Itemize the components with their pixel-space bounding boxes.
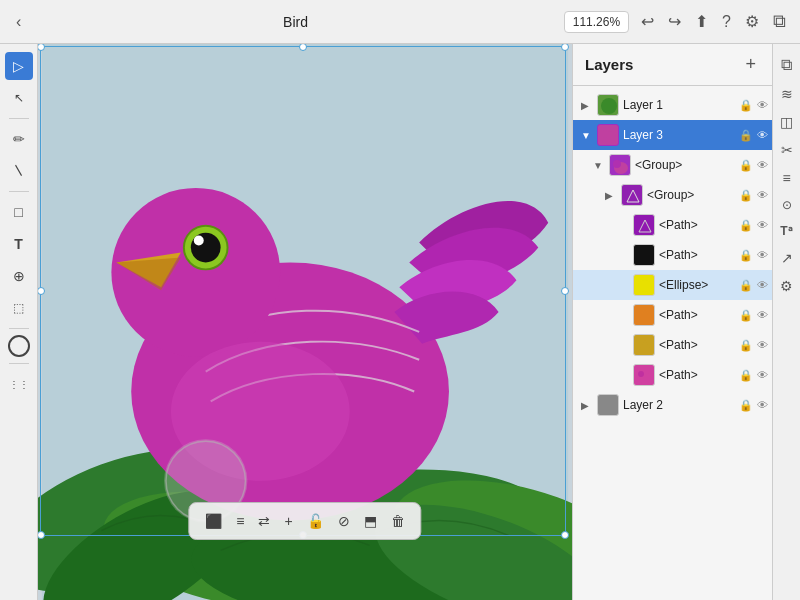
- appearance-icon-button[interactable]: ◫: [778, 110, 795, 134]
- unlock-button[interactable]: 🔓: [301, 509, 330, 533]
- expand-icon: ▼: [581, 130, 593, 141]
- layer-item-path2[interactable]: <Path> 🔒 👁: [573, 240, 772, 270]
- layer-name: Layer 3: [623, 128, 735, 142]
- text-tool[interactable]: T: [5, 230, 33, 258]
- layer-thumb: [633, 274, 655, 296]
- layer-item-group2[interactable]: ▶ <Group> 🔒 👁: [573, 180, 772, 210]
- expand-icon: ▼: [593, 160, 605, 171]
- shape-tool[interactable]: □: [5, 198, 33, 226]
- layers-panel-button[interactable]: ⧉: [769, 9, 790, 34]
- layer-thumb: [633, 214, 655, 236]
- lock-icon: 🔒: [739, 279, 753, 292]
- layer-name: Layer 1: [623, 98, 735, 112]
- settings-button[interactable]: ⚙: [741, 10, 763, 33]
- undo-button[interactable]: ↩: [637, 10, 658, 33]
- scan-icon-button[interactable]: ⊙: [780, 194, 794, 216]
- lock-icon: 🔒: [739, 159, 753, 172]
- text-style-icon-button[interactable]: Tᵃ: [778, 220, 794, 242]
- eye-icon: 👁: [757, 159, 768, 171]
- add-button[interactable]: +: [278, 509, 298, 533]
- pen-tool[interactable]: ✏: [5, 125, 33, 153]
- ellipse-tool[interactable]: [8, 335, 30, 357]
- left-toolbar: ▷ ↖ ✏ / □ T ⊕ ⬚ ⋮⋮: [0, 44, 38, 600]
- arrange-button[interactable]: ⬛: [199, 509, 228, 533]
- lock-icon: 🔒: [739, 249, 753, 262]
- layer-name: <Group>: [647, 188, 735, 202]
- help-button[interactable]: ?: [718, 11, 735, 33]
- document-title: Bird: [35, 14, 555, 30]
- layer-name: <Path>: [659, 338, 735, 352]
- layers-title: Layers: [585, 56, 741, 73]
- layer-item-layer1[interactable]: ▶ Layer 1 🔒 👁: [573, 90, 772, 120]
- svg-point-12: [194, 236, 204, 246]
- layer-thumb: [597, 94, 619, 116]
- duplicate-button[interactable]: ⬒: [358, 509, 383, 533]
- main-content: ▷ ↖ ✏ / □ T ⊕ ⬚ ⋮⋮: [0, 44, 800, 600]
- layer-name: <Path>: [659, 248, 735, 262]
- back-button[interactable]: ‹: [10, 9, 27, 35]
- layers-icon-button[interactable]: ⧉: [779, 52, 794, 78]
- image-tool[interactable]: ⬚: [5, 294, 33, 322]
- layer-item-path1[interactable]: <Path> 🔒 👁: [573, 210, 772, 240]
- brush-tool[interactable]: /: [0, 151, 38, 191]
- layer-thumb: [633, 364, 655, 386]
- stroke-icon-button[interactable]: ≡: [780, 166, 792, 190]
- symbol-icon-button[interactable]: ⚙: [778, 274, 795, 298]
- layer-item-layer3[interactable]: ▼ Layer 3 🔒 👁: [573, 120, 772, 150]
- top-actions: ↩ ↪ ⬆ ? ⚙ ⧉: [637, 9, 790, 34]
- adjustments-icon-button[interactable]: ≋: [779, 82, 795, 106]
- eye-icon: 👁: [757, 369, 768, 381]
- lock-icon: 🔒: [739, 309, 753, 322]
- lock-icon: 🔒: [739, 99, 753, 112]
- svg-point-27: [637, 280, 653, 292]
- knife-tool[interactable]: ⋮⋮: [5, 370, 33, 398]
- layer-name: <Path>: [659, 218, 735, 232]
- eye-icon: 👁: [757, 309, 768, 321]
- toolbar-divider-1: [9, 118, 29, 119]
- direct-select-tool[interactable]: ↖: [5, 84, 33, 112]
- cut-icon-button[interactable]: ✂: [779, 138, 795, 162]
- layer-item-path5[interactable]: <Path> 🔒 👁: [573, 360, 772, 390]
- expand-icon: ▶: [581, 400, 593, 411]
- mask-button[interactable]: ⊘: [332, 509, 356, 533]
- eye-icon: 👁: [757, 249, 768, 261]
- layer-item-path4[interactable]: <Path> 🔒 👁: [573, 330, 772, 360]
- layer-name: <Group>: [635, 158, 735, 172]
- delete-button[interactable]: 🗑: [385, 509, 411, 533]
- nav-buttons: ‹: [10, 9, 27, 35]
- svg-marker-25: [639, 220, 651, 232]
- share-button[interactable]: ⬆: [691, 10, 712, 33]
- svg-point-23: [613, 160, 621, 168]
- layer-item-path3[interactable]: <Path> 🔒 👁: [573, 300, 772, 330]
- eye-icon: 👁: [757, 339, 768, 351]
- layer-item-ellipse1[interactable]: <Ellipse> 🔒 👁: [573, 270, 772, 300]
- redo-button[interactable]: ↪: [664, 10, 685, 33]
- canvas-area[interactable]: ⬛ ≡ ⇄ + 🔓 ⊘ ⬒ 🗑: [38, 44, 572, 600]
- add-layer-button[interactable]: +: [741, 54, 760, 75]
- eye-icon: 👁: [757, 129, 768, 141]
- layer-thumb: [609, 154, 631, 176]
- layers-header: Layers +: [573, 44, 772, 86]
- select-tool[interactable]: ▷: [5, 52, 33, 80]
- lock-icon: 🔒: [739, 189, 753, 202]
- layer-thumb: [633, 334, 655, 356]
- expand-icon: ▶: [605, 190, 617, 201]
- layer-item-layer2[interactable]: ▶ Layer 2 🔒 👁: [573, 390, 772, 420]
- layers-panel: Layers + ▶ Layer 1 🔒 👁 ▼ Layer 3: [572, 44, 772, 600]
- layer-name: <Path>: [659, 368, 735, 382]
- lock-icon: 🔒: [739, 369, 753, 382]
- toolbar-divider-3: [9, 328, 29, 329]
- path-button[interactable]: ⇄: [252, 509, 276, 533]
- lock-icon: 🔒: [739, 219, 753, 232]
- svg-marker-28: [637, 309, 653, 323]
- layer-item-group1[interactable]: ▼ <Group> 🔒 👁: [573, 150, 772, 180]
- transform-tool[interactable]: ⊕: [5, 262, 33, 290]
- bottom-floating-toolbar: ⬛ ≡ ⇄ + 🔓 ⊘ ⬒ 🗑: [188, 502, 421, 540]
- svg-point-31: [638, 371, 644, 377]
- toolbar-divider-2: [9, 191, 29, 192]
- align-button[interactable]: ≡: [230, 509, 250, 533]
- path-icon-button[interactable]: ↗: [779, 246, 795, 270]
- eye-icon: 👁: [757, 279, 768, 291]
- zoom-level[interactable]: 111.26%: [564, 11, 629, 33]
- svg-marker-29: [637, 339, 653, 353]
